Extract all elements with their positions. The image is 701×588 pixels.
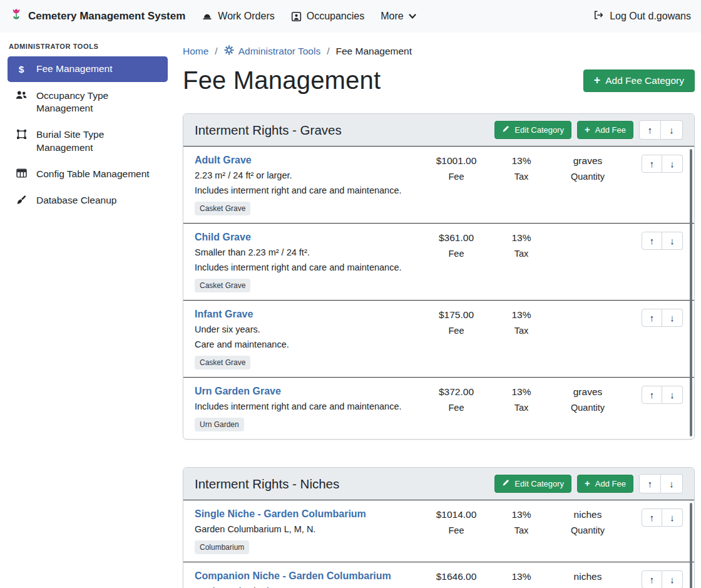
move-category-down-button[interactable]: ↓	[661, 120, 683, 140]
move-category-down-button[interactable]: ↓	[661, 474, 683, 493]
move-fee-up-button[interactable]: ↑	[642, 386, 662, 404]
breadcrumb-current: Fee Management	[336, 46, 412, 57]
fee-amount: $175.00	[422, 309, 490, 321]
breadcrumb-separator: /	[215, 46, 217, 57]
fee-tax-column: 13% Tax	[490, 232, 553, 292]
move-fee-up-button[interactable]: ↑	[642, 508, 662, 527]
app-title: Cemetery Management System	[28, 10, 185, 23]
fee-reorder-group: ↑ ↓	[642, 232, 683, 250]
fee-row: Infant Grave Under six years. Care and m…	[183, 300, 694, 377]
move-fee-down-button[interactable]: ↓	[662, 570, 683, 588]
fee-name-link[interactable]: Urn Garden Grave	[195, 386, 281, 397]
add-fee-button[interactable]: + Add Fee	[577, 121, 633, 139]
sidebar-item-fee-management[interactable]: $ Fee Management	[8, 56, 168, 82]
breadcrumb: Home / Administrator Tools	[183, 45, 695, 58]
add-fee-category-button[interactable]: + Add Fee Category	[583, 70, 695, 92]
tax-label: Tax	[490, 249, 553, 259]
fee-name-link[interactable]: Infant Grave	[195, 309, 253, 320]
fee-tax-column: 13% Tax	[490, 309, 553, 369]
add-fee-button[interactable]: + Add Fee	[577, 475, 633, 493]
move-fee-up-button[interactable]: ↑	[642, 309, 662, 327]
fee-description-2: Care and maintenance.	[195, 339, 416, 349]
card-scrollbar[interactable]	[690, 503, 692, 588]
logout-label: Log Out d.gowans	[610, 11, 691, 22]
nav-occupancies[interactable]: Occupancies	[291, 11, 365, 22]
fee-name-link[interactable]: Companion Niche - Garden Columbarium	[195, 570, 391, 582]
fee-amount-column: $1001.00 Fee	[422, 155, 490, 215]
main-content: Home / Administrator Tools	[175, 33, 701, 588]
card-body: Adult Grave 2.23 m² / 24 ft² or larger. …	[183, 147, 694, 439]
move-fee-down-button[interactable]: ↓	[662, 386, 683, 404]
fee-quantity-column	[553, 309, 623, 369]
nav-work-orders[interactable]: Work Orders	[202, 11, 274, 22]
move-fee-up-button[interactable]: ↑	[642, 232, 662, 250]
fee-description-2: Includes interment right and care and ma…	[195, 262, 416, 272]
edit-category-label: Edit Category	[514, 479, 564, 488]
fee-row: Urn Garden Grave Includes interment righ…	[183, 377, 694, 439]
fee-amount: $361.00	[422, 232, 490, 244]
fee-amount-column: $372.00 Fee	[422, 386, 490, 431]
fee-type-badge: Urn Garden	[195, 418, 244, 431]
nav-more-label: More	[381, 11, 403, 22]
fee-type-badge: Casket Grave	[195, 356, 250, 369]
fee-quantity-column: graves Quantity	[553, 155, 623, 215]
add-fee-label: Add Fee	[595, 479, 626, 488]
broom-icon	[15, 195, 28, 205]
hard-hat-icon	[202, 11, 213, 21]
up-arrow-icon: ↑	[650, 158, 655, 169]
breadcrumb-home-link[interactable]: Home	[183, 46, 208, 57]
edit-category-button[interactable]: Edit Category	[494, 475, 571, 493]
fee-name-link[interactable]: Child Grave	[195, 232, 251, 243]
fee-description-1: Includes interment right and care and ma…	[195, 401, 416, 411]
fee-tax-column: 13% Tax	[490, 508, 553, 554]
quantity-label: Quantity	[553, 525, 623, 535]
fee-tax-column: 13% Tax	[490, 155, 553, 215]
app-brand[interactable]: Cemetery Management System	[10, 8, 185, 25]
sidebar-item-burial-site-type-management[interactable]: Burial Site Type Management	[8, 122, 168, 160]
move-fee-up-button[interactable]: ↑	[642, 155, 662, 173]
edit-category-button[interactable]: Edit Category	[494, 121, 571, 139]
tax-value: 13%	[490, 386, 553, 398]
move-category-up-button[interactable]: ↑	[639, 474, 661, 493]
move-category-up-button[interactable]: ↑	[639, 120, 661, 140]
sidebar-item-label: Fee Management	[36, 63, 113, 75]
edit-category-label: Edit Category	[514, 125, 564, 135]
logout-button[interactable]: Log Out d.gowans	[593, 10, 691, 23]
sidebar-item-label: Burial Site Type Management	[36, 128, 160, 153]
fee-description-2: Includes interment right and care and ma…	[195, 185, 416, 195]
sidebar-item-label: Config Table Management	[36, 168, 150, 180]
fee-row: Companion Niche - Garden Columbarium Gar…	[183, 562, 694, 588]
card-scrollbar[interactable]	[690, 149, 692, 436]
fee-row: Single Niche - Garden Columbarium Garden…	[183, 500, 694, 562]
fee-reorder-group: ↑ ↓	[642, 386, 683, 404]
breadcrumb-admin-tools-link[interactable]: Administrator Tools	[224, 45, 321, 58]
move-fee-down-button[interactable]: ↓	[662, 232, 683, 250]
fee-name-link[interactable]: Single Niche - Garden Columbarium	[195, 508, 366, 520]
fee-tax-column: 13% Tax	[490, 570, 553, 588]
fee-description-1: 2.23 m² / 24 ft² or larger.	[195, 170, 416, 180]
up-arrow-icon: ↑	[648, 125, 653, 135]
fee-row: Child Grave Smaller than 2.23 m² / 24 ft…	[183, 223, 694, 300]
sidebar-item-config-table-management[interactable]: Config Table Management	[8, 162, 168, 187]
move-fee-down-button[interactable]: ↓	[662, 508, 683, 527]
fee-amount-label: Fee	[422, 525, 490, 535]
fee-name-link[interactable]: Adult Grave	[195, 155, 252, 166]
fee-amount: $372.00	[422, 386, 490, 398]
move-fee-down-button[interactable]: ↓	[662, 309, 683, 327]
quantity-label: Quantity	[553, 403, 623, 413]
category-header: Interment Rights - Niches Edit Category …	[183, 468, 694, 500]
tax-label: Tax	[490, 172, 553, 182]
sidebar-item-database-cleanup[interactable]: Database Cleanup	[8, 188, 168, 213]
fee-type-badge: Casket Grave	[195, 202, 250, 215]
add-fee-category-label: Add Fee Category	[605, 75, 684, 86]
move-fee-down-button[interactable]: ↓	[662, 155, 683, 173]
sidebar-item-occupancy-type-management[interactable]: Occupancy Type Management	[8, 83, 168, 121]
tax-value: 13%	[490, 155, 553, 167]
fee-amount-label: Fee	[422, 326, 490, 336]
move-fee-up-button[interactable]: ↑	[642, 570, 662, 588]
nav-more[interactable]: More	[381, 11, 416, 22]
category-reorder-group: ↑ ↓	[639, 474, 683, 493]
sidebar: ADMINISTRATOR TOOLS $ Fee Management Occ…	[0, 33, 175, 588]
bounding-box-icon	[15, 129, 28, 140]
quantity-value: niches	[553, 509, 623, 520]
